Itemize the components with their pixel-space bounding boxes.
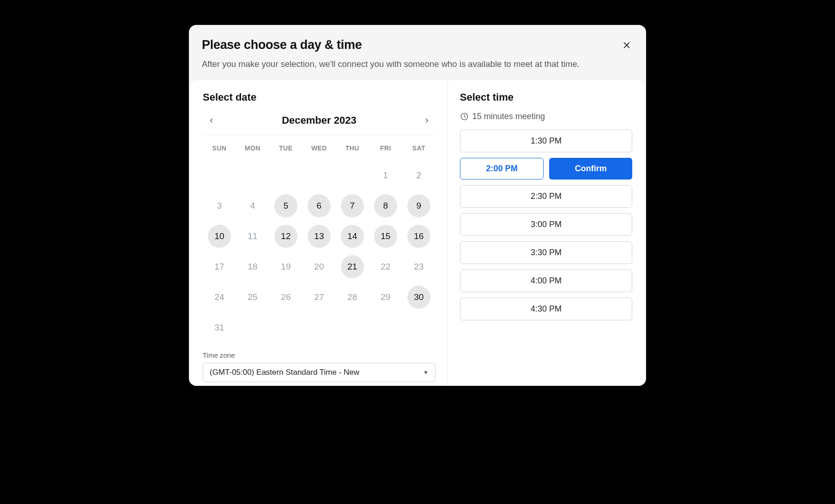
- calendar-day-disabled: 29: [374, 286, 397, 309]
- calendar-day-cell: 1: [369, 160, 402, 191]
- calendar-day-cell: 13: [303, 221, 336, 252]
- calendar-day-disabled: 23: [407, 255, 430, 278]
- time-panel-title: Select time: [460, 91, 632, 103]
- calendar-day-available[interactable]: 13: [308, 225, 331, 248]
- weekday-row: SUNMONTUEWEDTHUFRISAT: [203, 140, 436, 156]
- date-panel: Select date December 2023 SUNMONTUEWEDTH…: [191, 80, 448, 386]
- calendar-day-cell: 25: [236, 282, 269, 312]
- calendar-day-cell: 5: [269, 191, 303, 221]
- calendar-day-cell: 24: [203, 282, 236, 312]
- calendar-day-available[interactable]: 30: [407, 286, 430, 309]
- chevron-left-icon: [208, 117, 215, 124]
- calendar-day-cell: [236, 160, 269, 191]
- caret-down-icon: ▼: [423, 369, 429, 376]
- calendar-day-cell: 23: [402, 252, 436, 282]
- calendar-day-available[interactable]: 7: [341, 194, 364, 217]
- weekday-label: MON: [236, 140, 269, 156]
- calendar-day-cell: 8: [369, 191, 402, 221]
- calendar-day-cell: 4: [236, 191, 269, 221]
- date-panel-title: Select date: [203, 91, 436, 103]
- calendar-day-cell: 30: [402, 282, 436, 312]
- calendar-day-available[interactable]: 8: [374, 194, 397, 217]
- confirm-button[interactable]: Confirm: [549, 158, 632, 180]
- close-icon: [622, 41, 631, 50]
- calendar-day-available[interactable]: 16: [407, 225, 430, 248]
- calendar-day-disabled: 26: [274, 286, 297, 309]
- calendar-day-available[interactable]: 15: [374, 225, 397, 248]
- timezone-select[interactable]: (GMT-05:00) Eastern Standard Time - New …: [203, 363, 436, 382]
- calendar-day-available[interactable]: 6: [308, 194, 331, 217]
- weekday-label: SAT: [402, 140, 436, 156]
- calendar-day-cell: 17: [203, 252, 236, 282]
- time-slot[interactable]: 4:00 PM: [460, 270, 632, 292]
- time-slot-selected[interactable]: 2:00 PM: [460, 158, 544, 180]
- calendar-day-available[interactable]: 9: [407, 194, 430, 217]
- timezone-value: (GMT-05:00) Eastern Standard Time - New: [210, 368, 359, 377]
- calendar-day-cell: [303, 160, 336, 191]
- next-month-button[interactable]: [421, 114, 433, 126]
- calendar-day-cell: 3: [203, 191, 236, 221]
- calendar-day-disabled: 27: [308, 286, 331, 309]
- time-slot[interactable]: 2:30 PM: [460, 185, 632, 208]
- calendar-day-available[interactable]: 14: [341, 225, 364, 248]
- calendar-day-cell: 27: [303, 282, 336, 312]
- meeting-length-text: 15 minutes meeting: [472, 112, 545, 121]
- clock-icon: [460, 112, 469, 121]
- weekday-label: FRI: [369, 140, 402, 156]
- calendar-day-cell: 10: [203, 221, 236, 252]
- calendar-day-available[interactable]: 5: [274, 194, 297, 217]
- calendar-day-disabled: 22: [374, 255, 397, 278]
- meeting-length: 15 minutes meeting: [460, 112, 632, 121]
- calendar-day-cell: 31: [203, 312, 236, 343]
- calendar-day-cell: 29: [369, 282, 402, 312]
- calendar-day-available[interactable]: 10: [208, 225, 231, 248]
- weekday-label: WED: [303, 140, 336, 156]
- calendar-day-cell: 26: [269, 282, 303, 312]
- month-label: December 2023: [282, 114, 356, 126]
- modal-header: Please choose a day & time After you mak…: [189, 38, 646, 80]
- calendar-day-available[interactable]: 21: [341, 255, 364, 278]
- time-slot[interactable]: 4:30 PM: [460, 298, 632, 320]
- calendar-day-disabled: 28: [341, 286, 364, 309]
- calendar-day-cell: 12: [269, 221, 303, 252]
- calendar-day-disabled: 19: [274, 255, 297, 278]
- calendar-day-cell: [203, 160, 236, 191]
- calendar-day-disabled: 3: [208, 194, 231, 217]
- calendar-day-cell: 15: [369, 221, 402, 252]
- close-button[interactable]: [620, 39, 633, 52]
- calendar-day-disabled: 18: [241, 255, 264, 278]
- timezone-label: Time zone: [203, 351, 436, 359]
- modal-title: Please choose a day & time: [202, 38, 633, 52]
- calendar-day-disabled: 31: [208, 316, 231, 339]
- calendar-day-cell: [336, 160, 369, 191]
- calendar-day-cell: 6: [303, 191, 336, 221]
- calendar-day-disabled: 20: [308, 255, 331, 278]
- calendar-day-cell: [269, 160, 303, 191]
- time-slot[interactable]: 1:30 PM: [460, 130, 632, 152]
- calendar-day-disabled: 1: [374, 164, 397, 187]
- weekday-label: TUE: [269, 140, 303, 156]
- calendar-day-disabled: 11: [241, 225, 264, 248]
- calendar-day-disabled: 24: [208, 286, 231, 309]
- calendar-day-cell: 20: [303, 252, 336, 282]
- calendar-day-cell: 11: [236, 221, 269, 252]
- calendar-day-disabled: 4: [241, 194, 264, 217]
- calendar-day-available[interactable]: 12: [274, 225, 297, 248]
- panels: Select date December 2023 SUNMONTUEWEDTH…: [191, 80, 644, 386]
- calendar-day-cell: 18: [236, 252, 269, 282]
- calendar-day-disabled: 2: [407, 164, 430, 187]
- prev-month-button[interactable]: [206, 114, 218, 126]
- calendar-day-cell: 19: [269, 252, 303, 282]
- calendar-grid: 1234567891011121314151617181920212223242…: [203, 160, 436, 343]
- selected-slot-row: 2:00 PMConfirm: [460, 158, 632, 180]
- calendar-day-cell: 7: [336, 191, 369, 221]
- calendar-day-cell: 21: [336, 252, 369, 282]
- scheduler-modal: Please choose a day & time After you mak…: [189, 25, 646, 386]
- calendar-day-cell: 28: [336, 282, 369, 312]
- time-slot[interactable]: 3:30 PM: [460, 241, 632, 264]
- calendar-day-cell: 14: [336, 221, 369, 252]
- weekday-label: SUN: [203, 140, 236, 156]
- time-panel: Select time 15 minutes meeting 1:30 PM2:…: [448, 80, 644, 386]
- time-slot[interactable]: 3:00 PM: [460, 213, 632, 236]
- time-slot-list: 1:30 PM2:00 PMConfirm2:30 PM3:00 PM3:30 …: [460, 130, 632, 320]
